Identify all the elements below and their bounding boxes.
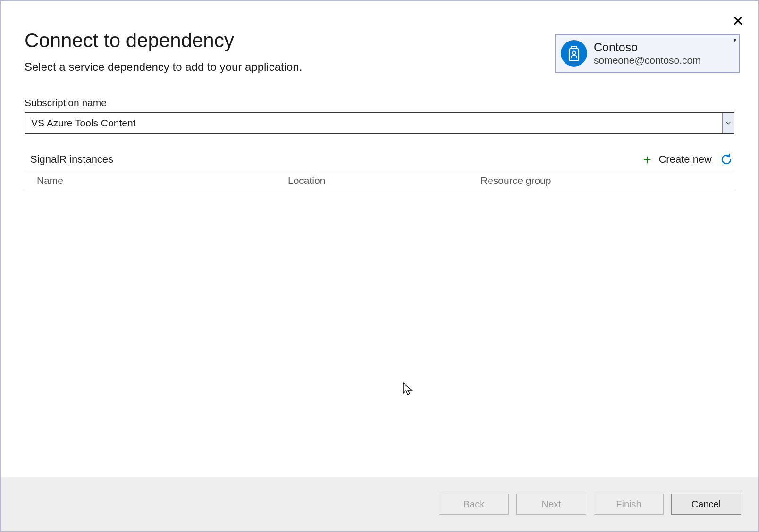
dropdown-toggle[interactable] bbox=[722, 113, 734, 133]
subscription-dropdown[interactable]: VS Azure Tools Content bbox=[25, 112, 734, 134]
instances-actions: ＋ Create new bbox=[641, 153, 734, 166]
column-resource-group: Resource group bbox=[481, 175, 734, 186]
footer: Back Next Finish Cancel bbox=[1, 477, 758, 531]
next-button[interactable]: Next bbox=[516, 494, 586, 515]
account-badge-icon bbox=[561, 40, 587, 66]
instances-table-header: Name Location Resource group bbox=[25, 170, 734, 191]
subscription-selected: VS Azure Tools Content bbox=[25, 117, 141, 129]
account-text: Contoso someone@contoso.com bbox=[594, 40, 701, 66]
cancel-button[interactable]: Cancel bbox=[671, 494, 741, 515]
create-new-label: Create new bbox=[658, 153, 712, 166]
header: Connect to dependency Select a service d… bbox=[1, 1, 758, 74]
finish-button[interactable]: Finish bbox=[594, 494, 664, 515]
account-email: someone@contoso.com bbox=[594, 54, 701, 66]
back-button[interactable]: Back bbox=[439, 494, 509, 515]
refresh-button[interactable] bbox=[720, 153, 734, 166]
svg-point-1 bbox=[573, 51, 576, 55]
column-location: Location bbox=[288, 175, 481, 186]
chevron-down-icon: ▾ bbox=[734, 37, 736, 43]
create-new-button[interactable]: ＋ Create new bbox=[641, 153, 712, 166]
instances-label: SignalR instances bbox=[30, 153, 113, 166]
account-name: Contoso bbox=[594, 40, 701, 54]
dialog-window: ✕ Connect to dependency Select a service… bbox=[0, 0, 759, 532]
column-name: Name bbox=[37, 175, 288, 186]
account-selector[interactable]: Contoso someone@contoso.com ▾ bbox=[555, 34, 740, 73]
subscription-label: Subscription name bbox=[25, 97, 734, 108]
content-area: Subscription name VS Azure Tools Content… bbox=[1, 74, 758, 477]
plus-icon: ＋ bbox=[641, 153, 654, 166]
instances-header-row: SignalR instances ＋ Create new bbox=[25, 153, 734, 170]
